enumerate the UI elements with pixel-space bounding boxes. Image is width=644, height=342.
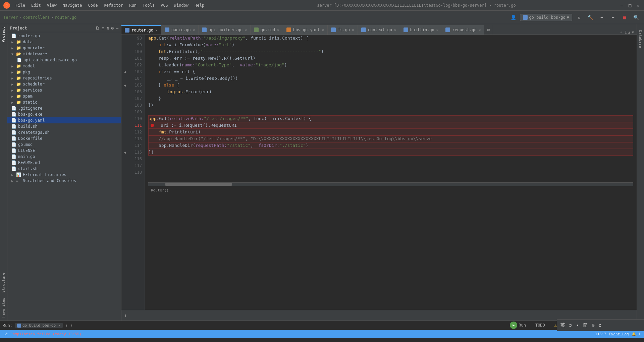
menu-file[interactable]: File [13,2,28,8]
tree-item-generator[interactable]: ▶ 📁 generator [7,45,121,51]
project-panel-label[interactable]: Project [0,24,7,45]
chevron-down-icon[interactable]: ▼ [632,30,634,35]
run-debug-button[interactable]: ⬅ [597,13,606,22]
ime-dot[interactable]: ∙ [576,323,579,328]
database-icon[interactable]: Database [638,25,644,52]
tree-item-router-go[interactable]: 📄 router.go [7,33,121,39]
tab-bbs-yaml[interactable]: bbs-go.yaml ✕ [283,25,328,35]
tree-item-bbs-exe[interactable]: 📄 bbs-go.exe [7,111,121,117]
build-config-dropdown[interactable]: go build bbs-go ▼ [520,14,572,21]
profile-button[interactable]: 👤 [508,13,518,22]
menu-run[interactable]: Run [126,2,139,8]
tree-item-api-auth[interactable]: 📄 api_auth_middleware.go [7,57,121,63]
close-tab-icon[interactable]: ✕ [322,28,324,32]
refresh-button[interactable]: ↻ [574,13,584,22]
ime-settings[interactable]: ⚙ [598,323,601,328]
close-tab-icon[interactable]: ✕ [479,28,481,32]
tree-item-services[interactable]: ▶ 📁 services [7,87,121,93]
close-tab-icon[interactable]: ✕ [436,28,439,32]
settings-icon[interactable]: ⚙ [111,25,114,31]
breakpoint-dot[interactable] [151,124,154,127]
tab-context-go[interactable]: context.go ✕ [358,25,400,35]
tree-item-createtags[interactable]: 📄 createtags.sh [7,129,121,135]
collapse-all-icon[interactable]: ≡ [102,25,105,31]
collapse-run-icon[interactable]: ⬇ [70,323,73,328]
bottom-tab-run[interactable]: ▶ Run [506,320,529,331]
minimize-button[interactable]: — [619,3,625,8]
forward-button[interactable]: ➡ [608,13,618,22]
close-tab-icon[interactable]: ✕ [352,28,354,32]
close-tab-icon[interactable]: ✕ [155,28,158,33]
horizontal-scrollbar[interactable] [148,182,633,186]
expand-run-icon[interactable]: ⬆ [65,323,68,328]
code-editor[interactable]: app.Get( relativePath: "/api/img/proxy",… [145,35,637,310]
scrollbar-thumb[interactable] [165,183,232,186]
breadcrumb-server[interactable]: server [3,15,18,20]
run-play-button[interactable]: ▶ [510,322,517,329]
menu-view[interactable]: View [44,2,59,8]
menu-navigate[interactable]: Navigate [60,2,85,8]
close-tab-icon[interactable]: ✕ [277,28,279,32]
tree-item-bbs-yaml[interactable]: 📄 bbs-go.yaml [7,117,121,123]
breadcrumb-controllers[interactable]: controllers [23,15,50,20]
menu-edit[interactable]: Edit [29,2,44,8]
tree-item-repositories[interactable]: ▶ 📁 repositories [7,75,121,81]
tab-builtin-go[interactable]: builtin.go ✕ [400,25,442,35]
tree-item-middleware[interactable]: ▼ 📂 middleware [7,51,121,57]
menu-refactor[interactable]: Refactor [101,2,126,8]
build-button[interactable]: 🔨 [586,13,595,22]
chevron-up-icon[interactable]: ▲ [628,30,631,35]
expand-icon[interactable]: ⬆ [124,313,127,318]
search-button[interactable]: 🔍 [631,13,641,22]
close-run-icon[interactable]: ✕ [58,323,61,328]
tree-item-static[interactable]: ▶ 📁 static [7,99,121,105]
tab-go-mod[interactable]: go.mod ✕ [251,25,283,35]
tab-panic-go[interactable]: panic.go ✕ [161,25,199,35]
tree-item-data[interactable]: ▶ 📁 data [7,39,121,45]
close-button[interactable]: ✕ [635,3,641,8]
tab-overflow-button[interactable]: ≫ [484,25,493,35]
tree-item-scheduler[interactable]: ▶ 📁 scheduler [7,81,121,87]
tree-item-main-go[interactable]: 📄 main.go [7,154,121,160]
tree-item-readme[interactable]: 📄 README.md [7,160,121,166]
menu-bar[interactable]: File Edit View Navigate Code Refactor Ru… [13,2,207,8]
menu-code[interactable]: Code [86,2,101,8]
tree-item-start-sh[interactable]: 📄 start.sh [7,166,121,172]
breadcrumb-file[interactable]: router.go [55,15,76,20]
tree-item-license[interactable]: 📄 LICENSE [7,148,121,154]
ime-english[interactable]: 英 [560,322,565,328]
ime-simplified[interactable]: 簡 [583,322,588,328]
tree-item-model[interactable]: ▶ 📁 model [7,63,121,69]
menu-vcs[interactable]: VCS [158,2,171,8]
menu-tools[interactable]: Tools [140,2,157,8]
close-tab-icon[interactable]: ✕ [245,28,247,32]
bottom-tab-todo[interactable]: TODO [532,322,548,330]
maximize-button[interactable]: □ [627,3,633,8]
tab-fs-go[interactable]: fs.go ✕ [328,25,358,35]
minimize-panel-icon[interactable]: — [116,25,118,31]
sort-icon[interactable]: ⇅ [107,25,109,31]
tree-item-external-libs[interactable]: ▶ 📊 External Libraries [7,172,121,178]
new-file-icon[interactable]: 🗋 [96,25,100,31]
tree-item-spam[interactable]: ▶ 📁 spam [7,93,121,99]
stop-button[interactable]: ■ [620,13,629,22]
menu-help[interactable]: Help [192,2,207,8]
tree-item-gitignore[interactable]: 📄 .gitignore [7,105,121,111]
tree-item-scratches[interactable]: ▶ ✏️ Scratches and Consoles [7,178,121,184]
favorites-panel-label[interactable]: Favorites [0,295,7,321]
window-controls[interactable]: — □ ✕ [619,3,641,8]
tree-item-pkg[interactable]: ▶ 📁 pkg [7,69,121,75]
tree-item-go-mod[interactable]: 📄 go.mod [7,141,121,148]
close-tab-icon[interactable]: ✕ [394,28,396,32]
tab-router-go[interactable]: router.go ✕ [121,25,161,35]
event-log-link[interactable]: Event Log [609,332,629,336]
tab-request-go[interactable]: request.go ✕ [442,25,484,35]
notification-icon[interactable]: 🔔 1 [632,332,641,336]
menu-window[interactable]: Window [171,2,191,8]
tab-api-builder[interactable]: api_builder.go ✕ [199,25,251,35]
structure-panel-label[interactable]: Structure [0,270,7,295]
close-tab-icon[interactable]: ✕ [193,28,195,32]
tree-item-build-sh[interactable]: 📄 build.sh [7,123,121,129]
tree-item-dockerfile[interactable]: 📄 Dockerfile [7,135,121,141]
ime-moon[interactable]: ⊃ [569,323,572,328]
